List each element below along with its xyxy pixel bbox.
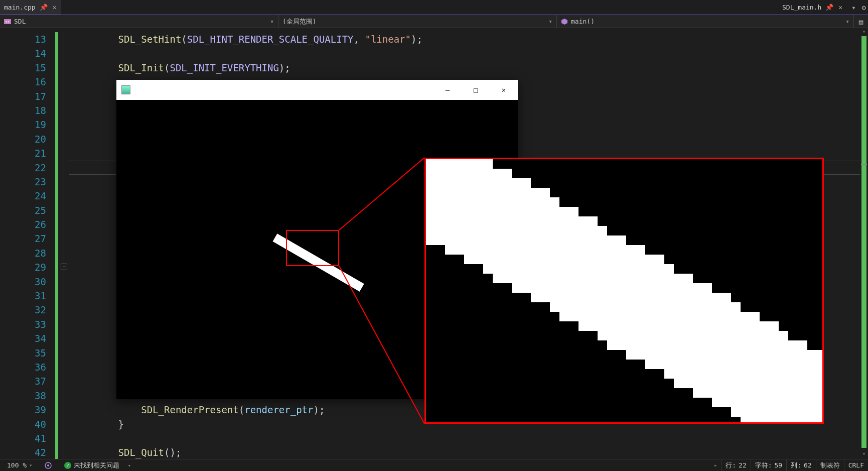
horizontal-scrollbar[interactable]: ◂ ▸ — [123, 462, 721, 468]
svg-rect-239 — [617, 283, 626, 293]
svg-rect-415 — [760, 331, 769, 340]
maximize-button[interactable]: □ — [462, 80, 490, 100]
svg-rect-460 — [798, 388, 807, 398]
svg-rect-35 — [455, 169, 464, 178]
scroll-right-icon[interactable]: ▸ — [712, 462, 719, 468]
svg-rect-127 — [531, 197, 540, 207]
pin-icon[interactable]: 📌 — [39, 4, 49, 11]
line-number: 31 — [0, 289, 46, 303]
svg-rect-49 — [464, 207, 474, 216]
svg-rect-88 — [493, 264, 502, 274]
cursor-line[interactable]: 行: 22 — [721, 459, 750, 472]
pin-icon[interactable]: 📌 — [824, 4, 834, 11]
svg-rect-264 — [636, 302, 645, 312]
tab-label: main.cpp — [4, 4, 36, 11]
scroll-up-icon[interactable]: ▴ — [860, 28, 868, 36]
svg-rect-397 — [741, 379, 750, 388]
scope-dropdown[interactable]: (全局范围) ▾ — [278, 15, 557, 28]
close-icon[interactable]: ✕ — [52, 4, 58, 11]
close-button[interactable]: ✕ — [490, 80, 518, 100]
svg-rect-46 — [464, 178, 474, 188]
tab-label: SDL_main.h — [782, 4, 821, 11]
svg-rect-278 — [645, 331, 655, 340]
svg-rect-208 — [588, 312, 598, 321]
svg-rect-221 — [598, 331, 607, 340]
svg-rect-235 — [617, 245, 626, 255]
close-icon[interactable]: ✕ — [837, 4, 843, 11]
line-number: 14 — [0, 46, 46, 60]
zoom-level[interactable]: 100 % ▾ — [3, 461, 36, 469]
svg-rect-463 — [798, 417, 807, 424]
svg-rect-270 — [645, 255, 655, 264]
scroll-down-icon[interactable]: ▾ — [860, 451, 868, 459]
issues-status[interactable]: ✓ 未找到相关问题 — [60, 461, 123, 470]
line-ending-mode[interactable]: CRLF — [844, 459, 868, 472]
svg-rect-412 — [750, 407, 760, 417]
settings-gear-icon[interactable]: ⚙ — [860, 4, 868, 12]
svg-rect-343 — [702, 293, 712, 302]
svg-rect-398 — [741, 388, 750, 398]
scroll-left-icon[interactable]: ◂ — [125, 462, 132, 468]
svg-rect-193 — [578, 283, 588, 293]
svg-rect-232 — [607, 331, 617, 340]
function-dropdown[interactable]: main() ▾ — [557, 15, 854, 28]
cursor-col[interactable]: 列: 62 — [786, 459, 815, 472]
svg-rect-169 — [559, 274, 569, 283]
svg-rect-56 — [474, 169, 483, 178]
svg-rect-320 — [683, 293, 693, 302]
svg-rect-421 — [760, 388, 769, 398]
project-dropdown[interactable]: ++ SDL ▾ — [0, 15, 278, 28]
svg-rect-257 — [626, 350, 636, 360]
svg-rect-98 — [502, 245, 512, 255]
svg-rect-470 — [807, 407, 817, 417]
svg-rect-125 — [521, 283, 531, 293]
svg-rect-280 — [645, 350, 655, 360]
indent-mode[interactable]: 制表符 — [816, 459, 844, 472]
svg-rect-306 — [674, 274, 683, 283]
svg-rect-458 — [798, 369, 807, 379]
tab-sdl-main-h[interactable]: SDL_main.h 📌 ✕ — [778, 4, 847, 11]
split-nav-button[interactable]: ▤ — [854, 18, 868, 26]
cursor-char[interactable]: 字符: 59 — [751, 459, 786, 472]
svg-rect-63 — [474, 236, 483, 245]
svg-rect-166 — [559, 245, 569, 255]
svg-rect-454 — [788, 417, 798, 424]
svg-rect-105 — [512, 207, 521, 216]
svg-rect-428 — [769, 350, 779, 360]
svg-rect-205 — [588, 283, 598, 293]
svg-rect-274 — [645, 293, 655, 302]
svg-rect-142 — [540, 226, 550, 236]
intellisense-icon[interactable] — [40, 461, 56, 469]
svg-rect-143 — [540, 236, 550, 245]
svg-rect-102 — [512, 178, 521, 188]
overview-ruler[interactable]: ▴ ▾ — [860, 28, 868, 459]
svg-rect-391 — [741, 321, 750, 331]
svg-rect-362 — [712, 369, 721, 379]
window-dropdown-icon[interactable]: ▾ — [849, 4, 857, 12]
svg-rect-209 — [588, 321, 598, 331]
svg-rect-272 — [645, 274, 655, 283]
tab-main-cpp[interactable]: main.cpp 📌 ✕ — [0, 0, 61, 15]
svg-rect-273 — [645, 283, 655, 293]
svg-rect-407 — [750, 360, 760, 369]
svg-rect-358 — [712, 331, 721, 340]
sdl-title-bar[interactable]: — □ ✕ — [116, 80, 518, 100]
svg-rect-413 — [750, 417, 760, 424]
collapse-toggle[interactable]: − — [61, 264, 67, 270]
svg-rect-168 — [559, 264, 569, 274]
svg-rect-324 — [683, 331, 693, 340]
svg-rect-94 — [502, 207, 512, 216]
svg-rect-299 — [664, 312, 674, 321]
svg-rect-81 — [493, 197, 502, 207]
minimize-button[interactable]: — — [433, 80, 462, 100]
svg-rect-475 — [817, 379, 824, 388]
svg-rect-52 — [464, 236, 474, 245]
svg-rect-230 — [607, 312, 617, 321]
svg-rect-400 — [741, 407, 750, 417]
svg-rect-337 — [693, 350, 702, 360]
svg-rect-431 — [769, 379, 779, 388]
svg-rect-448 — [788, 360, 798, 369]
svg-rect-411 — [750, 398, 760, 407]
chevron-down-icon: ▾ — [29, 462, 32, 468]
svg-rect-6 — [426, 159, 436, 169]
